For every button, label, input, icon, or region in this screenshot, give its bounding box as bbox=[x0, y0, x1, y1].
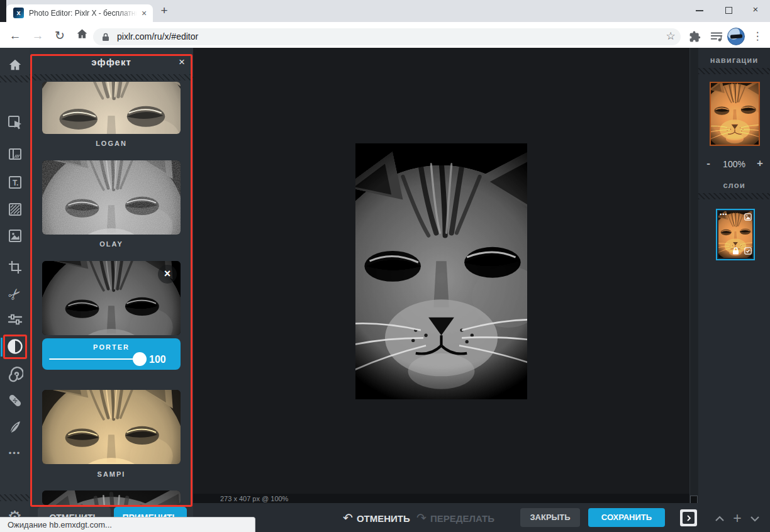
active-tool-indicator bbox=[1, 338, 3, 357]
layers-panel-title: слои bbox=[698, 180, 770, 190]
more-tools-icon[interactable]: ••• bbox=[0, 442, 30, 463]
undo-icon: ↶ bbox=[343, 511, 353, 524]
add-image-tool-icon[interactable] bbox=[0, 225, 30, 247]
window-minimize-button[interactable] bbox=[685, 0, 714, 20]
crop-tool-icon[interactable] bbox=[0, 257, 30, 278]
forward-icon: → bbox=[30, 28, 46, 44]
layers-hatch bbox=[698, 193, 770, 199]
lock-icon bbox=[102, 33, 109, 42]
undo-button[interactable]: ↶ОТМЕНИТЬ bbox=[343, 511, 410, 525]
save-button[interactable]: СОХРАНИТЬ bbox=[588, 508, 665, 527]
collapse-panel-button[interactable] bbox=[680, 509, 697, 526]
home-tool-icon[interactable] bbox=[0, 54, 30, 75]
zoom-out-button[interactable]: - bbox=[703, 157, 714, 170]
url-text[interactable]: pixlr.com/ru/x/#editor bbox=[117, 31, 198, 42]
canvas-dimensions-label: 273 x 407 px @ 100% bbox=[220, 495, 288, 502]
annotation-panel-highlight bbox=[30, 54, 192, 507]
status-text: Ожидание hb.emxdgt.com... bbox=[0, 518, 255, 532]
sidebar-bottom-hatch bbox=[0, 494, 30, 501]
maximize-icon bbox=[725, 7, 732, 14]
close-file-button[interactable]: ЗАКРЫТЬ bbox=[520, 508, 580, 527]
layer-menu-icon[interactable]: ••• bbox=[720, 211, 727, 218]
tab-title: Photo Editor: Pixlr X - бесплатны bbox=[29, 9, 137, 18]
layout-tool-icon[interactable] bbox=[0, 143, 30, 165]
navigation-thumbnail[interactable] bbox=[710, 82, 760, 146]
home-icon[interactable] bbox=[74, 28, 90, 44]
text-tool-icon[interactable]: T. bbox=[0, 172, 30, 193]
playlist-extension-icon[interactable] bbox=[710, 30, 723, 45]
workspace-scrollbar[interactable] bbox=[689, 48, 698, 503]
redo-button: ↷ПЕРЕДЕЛАТЬ bbox=[416, 511, 494, 525]
new-tab-button[interactable]: + bbox=[157, 3, 172, 18]
undo-label: ОТМЕНИТЬ bbox=[357, 513, 410, 524]
navigation-panel-title: навигации bbox=[698, 55, 770, 65]
pixlr-favicon-icon: x bbox=[13, 8, 24, 18]
layer-item-selected[interactable]: ••• bbox=[716, 209, 755, 260]
reload-icon[interactable]: ↻ bbox=[52, 28, 68, 44]
fill-tool-icon[interactable] bbox=[0, 199, 30, 220]
add-layer-button[interactable]: + bbox=[730, 509, 745, 527]
adjust-tool-icon[interactable] bbox=[0, 309, 30, 330]
liquify-tool-icon[interactable] bbox=[0, 363, 30, 385]
annotation-tool-highlight bbox=[3, 335, 27, 359]
extensions-puzzle-icon[interactable] bbox=[688, 30, 701, 46]
navigation-hatch bbox=[698, 68, 770, 74]
minimize-icon bbox=[696, 10, 703, 11]
move-layer-down-icon[interactable] bbox=[748, 513, 762, 525]
browser-avatar[interactable] bbox=[727, 28, 745, 45]
avatar-sunglasses bbox=[730, 34, 742, 38]
pixlr-editor-window: x Photo Editor: Pixlr X - бесплатны × + … bbox=[0, 0, 770, 532]
canvas-image[interactable] bbox=[355, 143, 527, 399]
move-layer-up-icon[interactable] bbox=[713, 513, 727, 525]
draw-tool-icon[interactable] bbox=[0, 416, 30, 438]
tab-close-icon[interactable]: × bbox=[138, 8, 150, 19]
sidebar-divider-hatch bbox=[0, 75, 30, 82]
zoom-level-value: 100% bbox=[717, 159, 751, 169]
bookmark-star-icon[interactable]: ☆ bbox=[664, 30, 678, 43]
zoom-in-button[interactable]: + bbox=[754, 157, 766, 170]
redo-label: ПЕРЕДЕЛАТЬ bbox=[430, 513, 494, 524]
window-frame-corner bbox=[0, 0, 6, 22]
layer-lock-icon[interactable] bbox=[732, 246, 739, 257]
retouch-tool-icon[interactable] bbox=[0, 390, 30, 411]
arrange-tool-icon[interactable] bbox=[0, 112, 30, 133]
svg-text:T.: T. bbox=[13, 179, 18, 187]
window-close-button[interactable]: × bbox=[741, 0, 770, 20]
browser-tab[interactable]: x Photo Editor: Pixlr X - бесплатны × bbox=[6, 4, 153, 22]
chevron-right-icon bbox=[683, 512, 695, 524]
redo-icon: ↷ bbox=[416, 511, 427, 524]
browser-status-bubble: Ожидание hb.emxdgt.com... bbox=[0, 517, 255, 532]
browser-menu-icon[interactable]: ⋮ bbox=[750, 29, 764, 44]
back-icon[interactable]: ← bbox=[7, 28, 23, 44]
layer-type-image-icon bbox=[744, 212, 752, 223]
layer-visibility-check-icon[interactable] bbox=[744, 246, 752, 257]
window-maximize-button[interactable] bbox=[714, 0, 743, 20]
